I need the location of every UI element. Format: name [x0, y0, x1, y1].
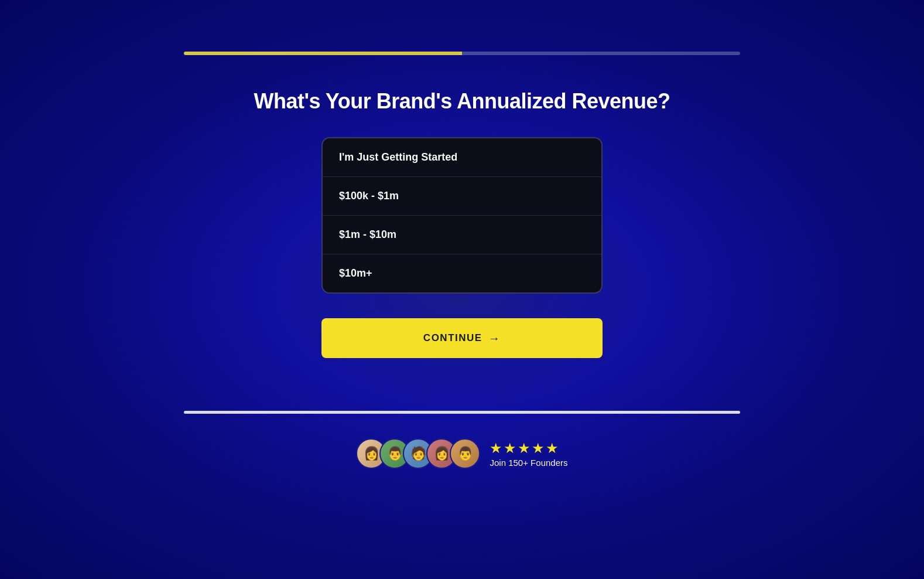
star-2: ★ — [504, 440, 516, 457]
progress-bar-empty — [462, 52, 740, 55]
option-10m-plus[interactable]: $10m+ — [323, 254, 601, 292]
continue-arrow-icon: → — [488, 332, 501, 345]
page-title: What's Your Brand's Annualized Revenue? — [254, 89, 670, 114]
option-getting-started[interactable]: I'm Just Getting Started — [323, 138, 601, 177]
star-1: ★ — [490, 440, 502, 457]
star-5: ★ — [546, 440, 559, 457]
options-list: I'm Just Getting Started $100k - $1m $1m… — [321, 137, 603, 294]
option-1m-10m[interactable]: $1m - $10m — [323, 216, 601, 254]
avatars-group: 👩 👨 🧑 👩 👨 — [356, 438, 480, 469]
progress-bar-filled — [184, 52, 462, 55]
option-100k-1m[interactable]: $100k - $1m — [323, 177, 601, 216]
founders-label: Join 150+ Founders — [490, 458, 567, 468]
rating-section: ★ ★ ★ ★ ★ Join 150+ Founders — [490, 440, 567, 468]
divider — [184, 411, 740, 414]
continue-button[interactable]: CONTINUE → — [321, 318, 603, 358]
progress-bar — [184, 52, 740, 55]
avatar-5: 👨 — [450, 438, 480, 469]
star-4: ★ — [532, 440, 545, 457]
continue-label: CONTINUE — [423, 332, 482, 344]
star-rating: ★ ★ ★ ★ ★ — [490, 440, 567, 457]
social-proof: 👩 👨 🧑 👩 👨 ★ ★ ★ ★ ★ Join 150+ Founders — [356, 438, 567, 469]
star-3: ★ — [518, 440, 531, 457]
